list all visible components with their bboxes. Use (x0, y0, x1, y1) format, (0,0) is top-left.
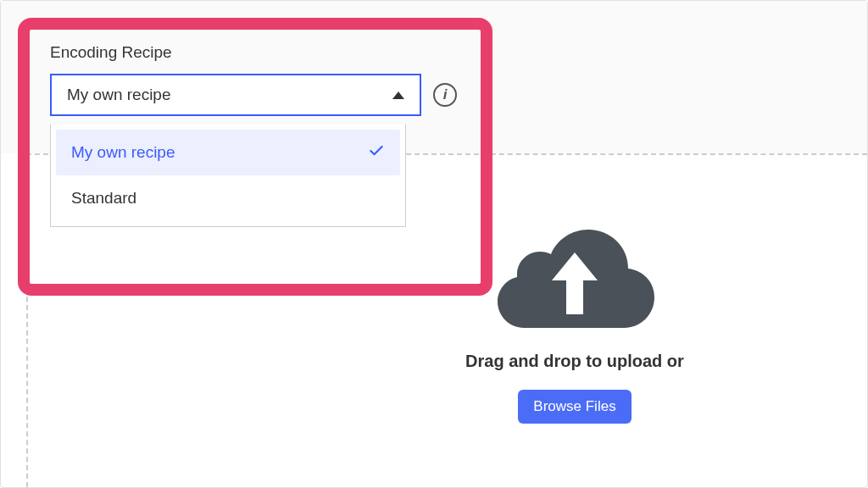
dropdown-option-label: My own recipe (71, 143, 175, 162)
info-glyph: i (443, 86, 448, 103)
dropdown-option-standard[interactable]: Standard (56, 175, 400, 221)
encoding-recipe-dropdown: My own recipe Standard (50, 125, 406, 227)
upload-inner: Drag and drop to upload or Browse Files (465, 214, 684, 424)
encoding-recipe-label: Encoding Recipe (50, 43, 457, 62)
check-icon (368, 142, 385, 164)
upload-hint-text: Drag and drop to upload or (465, 352, 684, 371)
chevron-up-icon (392, 92, 404, 99)
browse-files-button[interactable]: Browse Files (518, 390, 631, 424)
encoding-recipe-select[interactable]: My own recipe (50, 74, 421, 116)
encoding-recipe-selected-value: My own recipe (67, 86, 171, 104)
cloud-upload-icon (486, 214, 664, 333)
dropdown-option-label: Standard (71, 189, 136, 208)
page-container: Encoding Recipe My own recipe i My own r… (0, 0, 868, 488)
encoding-recipe-row: My own recipe i (50, 74, 457, 116)
encoding-recipe-section: Encoding Recipe My own recipe i My own r… (50, 43, 457, 227)
dropdown-option-my-own-recipe[interactable]: My own recipe (56, 130, 400, 175)
info-icon[interactable]: i (433, 83, 457, 107)
